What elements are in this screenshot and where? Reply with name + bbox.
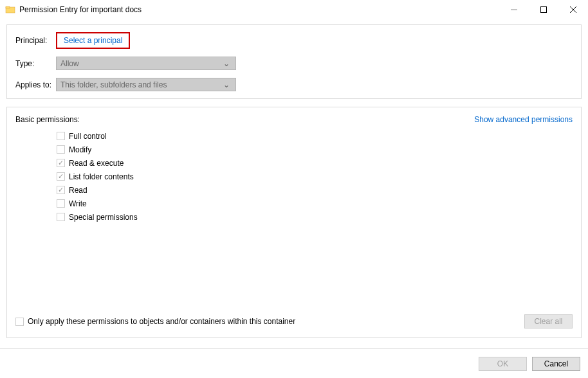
perm-special[interactable]: Special permissions <box>57 212 573 222</box>
principal-label: Principal: <box>15 36 56 45</box>
perm-label: Special permissions <box>69 213 138 222</box>
checkbox-icon <box>57 145 65 154</box>
permissions-header: Basic permissions: Show advanced permiss… <box>15 115 573 124</box>
checkbox-icon <box>57 172 65 181</box>
folder-icon <box>5 4 15 15</box>
principal-row: Principal: Select a principal <box>15 32 573 49</box>
applies-value: This folder, subfolders and files <box>60 80 167 89</box>
only-apply-row[interactable]: Only apply these permissions to objects … <box>15 317 295 326</box>
clear-all-button[interactable]: Clear all <box>524 314 573 328</box>
applies-row: Applies to: This folder, subfolders and … <box>15 78 573 91</box>
only-apply-label: Only apply these permissions to objects … <box>28 317 295 326</box>
perm-write[interactable]: Write <box>57 198 573 209</box>
applies-label: Applies to: <box>15 80 56 89</box>
minimize-button[interactable] <box>499 0 529 19</box>
maximize-button[interactable] <box>529 0 558 19</box>
permissions-list: Full control Modify Read & execute List … <box>57 130 573 222</box>
select-principal-link[interactable]: Select a principal <box>64 36 122 45</box>
titlebar: Permission Entry for important docs <box>0 0 588 19</box>
window-title: Permission Entry for important docs <box>19 5 499 14</box>
principal-highlight: Select a principal <box>56 32 130 49</box>
checkbox-icon <box>57 132 65 140</box>
footer: OK Cancel <box>0 348 588 378</box>
perm-label: Read & execute <box>69 159 124 168</box>
close-button[interactable] <box>558 0 588 19</box>
applies-select: This folder, subfolders and files ⌄ <box>56 78 236 91</box>
ok-button[interactable]: OK <box>479 357 527 371</box>
perm-label: Write <box>69 199 87 208</box>
checkbox-icon <box>57 199 65 208</box>
perm-label: Modify <box>69 145 91 154</box>
chevron-down-icon: ⌄ <box>221 80 232 89</box>
type-value: Allow <box>60 59 79 68</box>
cancel-button[interactable]: Cancel <box>532 357 580 371</box>
principal-panel: Principal: Select a principal Type: Allo… <box>6 24 582 99</box>
window-controls <box>499 0 588 19</box>
svg-rect-3 <box>541 7 547 13</box>
checkbox-icon <box>57 159 65 167</box>
permissions-title: Basic permissions: <box>15 115 80 124</box>
perm-label: List folder contents <box>69 172 134 181</box>
chevron-down-icon: ⌄ <box>221 59 232 68</box>
advanced-permissions-link[interactable]: Show advanced permissions <box>474 115 573 124</box>
perm-label: Full control <box>69 132 107 141</box>
checkbox-icon <box>15 318 24 326</box>
type-label: Type: <box>15 59 56 68</box>
bottom-options: Only apply these permissions to objects … <box>15 314 573 328</box>
type-row: Type: Allow ⌄ <box>15 57 573 70</box>
permissions-panel: Basic permissions: Show advanced permiss… <box>6 107 582 338</box>
perm-modify[interactable]: Modify <box>57 144 573 155</box>
perm-read[interactable]: Read <box>57 184 573 195</box>
content-area: Principal: Select a principal Type: Allo… <box>0 19 588 346</box>
perm-full-control[interactable]: Full control <box>57 130 573 141</box>
perm-read-execute[interactable]: Read & execute <box>57 158 573 168</box>
checkbox-icon <box>57 186 65 194</box>
type-select: Allow ⌄ <box>56 57 236 70</box>
svg-rect-1 <box>6 6 10 8</box>
perm-list-folder[interactable]: List folder contents <box>57 171 573 182</box>
checkbox-icon <box>57 213 65 221</box>
perm-label: Read <box>69 186 87 195</box>
